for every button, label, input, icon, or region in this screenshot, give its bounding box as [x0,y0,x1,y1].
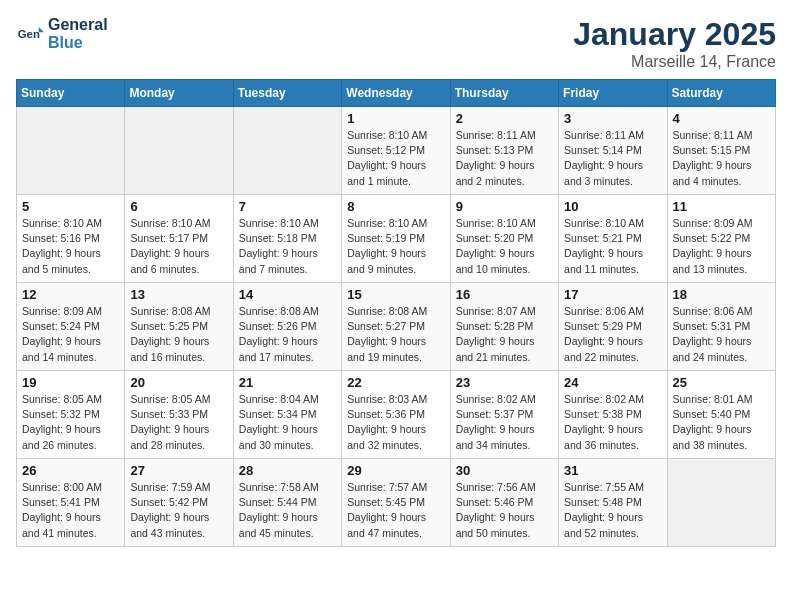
calendar-cell: 8Sunrise: 8:10 AMSunset: 5:19 PMDaylight… [342,195,450,283]
day-info: Sunrise: 8:09 AMSunset: 5:22 PMDaylight:… [673,216,770,277]
day-info: Sunrise: 8:06 AMSunset: 5:29 PMDaylight:… [564,304,661,365]
calendar-cell: 19Sunrise: 8:05 AMSunset: 5:32 PMDayligh… [17,371,125,459]
day-info: Sunrise: 8:10 AMSunset: 5:16 PMDaylight:… [22,216,119,277]
day-number: 7 [239,199,336,214]
day-info: Sunrise: 8:05 AMSunset: 5:33 PMDaylight:… [130,392,227,453]
day-number: 23 [456,375,553,390]
day-number: 26 [22,463,119,478]
calendar-cell: 14Sunrise: 8:08 AMSunset: 5:26 PMDayligh… [233,283,341,371]
weekday-header-wednesday: Wednesday [342,80,450,107]
logo: Gen General Blue [16,16,108,52]
calendar-cell: 16Sunrise: 8:07 AMSunset: 5:28 PMDayligh… [450,283,558,371]
day-number: 12 [22,287,119,302]
day-number: 17 [564,287,661,302]
calendar-cell: 29Sunrise: 7:57 AMSunset: 5:45 PMDayligh… [342,459,450,547]
calendar-cell: 6Sunrise: 8:10 AMSunset: 5:17 PMDaylight… [125,195,233,283]
day-number: 16 [456,287,553,302]
calendar-cell: 10Sunrise: 8:10 AMSunset: 5:21 PMDayligh… [559,195,667,283]
calendar-cell [17,107,125,195]
day-info: Sunrise: 8:10 AMSunset: 5:19 PMDaylight:… [347,216,444,277]
day-number: 10 [564,199,661,214]
day-info: Sunrise: 8:05 AMSunset: 5:32 PMDaylight:… [22,392,119,453]
calendar-cell: 1Sunrise: 8:10 AMSunset: 5:12 PMDaylight… [342,107,450,195]
day-info: Sunrise: 8:10 AMSunset: 5:18 PMDaylight:… [239,216,336,277]
day-number: 30 [456,463,553,478]
day-info: Sunrise: 8:07 AMSunset: 5:28 PMDaylight:… [456,304,553,365]
calendar-cell: 26Sunrise: 8:00 AMSunset: 5:41 PMDayligh… [17,459,125,547]
day-info: Sunrise: 8:10 AMSunset: 5:12 PMDaylight:… [347,128,444,189]
day-info: Sunrise: 8:04 AMSunset: 5:34 PMDaylight:… [239,392,336,453]
calendar-cell: 2Sunrise: 8:11 AMSunset: 5:13 PMDaylight… [450,107,558,195]
weekday-header-thursday: Thursday [450,80,558,107]
calendar-cell [125,107,233,195]
day-number: 28 [239,463,336,478]
calendar-table: SundayMondayTuesdayWednesdayThursdayFrid… [16,79,776,547]
day-info: Sunrise: 8:10 AMSunset: 5:17 PMDaylight:… [130,216,227,277]
day-number: 18 [673,287,770,302]
calendar-cell: 27Sunrise: 7:59 AMSunset: 5:42 PMDayligh… [125,459,233,547]
day-info: Sunrise: 8:02 AMSunset: 5:37 PMDaylight:… [456,392,553,453]
weekday-header-tuesday: Tuesday [233,80,341,107]
calendar-cell: 21Sunrise: 8:04 AMSunset: 5:34 PMDayligh… [233,371,341,459]
day-info: Sunrise: 8:11 AMSunset: 5:15 PMDaylight:… [673,128,770,189]
day-info: Sunrise: 8:01 AMSunset: 5:40 PMDaylight:… [673,392,770,453]
title-block: January 2025 Marseille 14, France [573,16,776,71]
calendar-week-2: 5Sunrise: 8:10 AMSunset: 5:16 PMDaylight… [17,195,776,283]
day-info: Sunrise: 7:59 AMSunset: 5:42 PMDaylight:… [130,480,227,541]
day-info: Sunrise: 8:10 AMSunset: 5:21 PMDaylight:… [564,216,661,277]
day-info: Sunrise: 8:09 AMSunset: 5:24 PMDaylight:… [22,304,119,365]
day-number: 5 [22,199,119,214]
calendar-week-3: 12Sunrise: 8:09 AMSunset: 5:24 PMDayligh… [17,283,776,371]
calendar-cell: 30Sunrise: 7:56 AMSunset: 5:46 PMDayligh… [450,459,558,547]
calendar-cell [233,107,341,195]
day-info: Sunrise: 8:10 AMSunset: 5:20 PMDaylight:… [456,216,553,277]
day-number: 25 [673,375,770,390]
svg-text:Gen: Gen [18,28,40,40]
day-number: 11 [673,199,770,214]
day-number: 4 [673,111,770,126]
day-info: Sunrise: 8:03 AMSunset: 5:36 PMDaylight:… [347,392,444,453]
day-info: Sunrise: 8:11 AMSunset: 5:13 PMDaylight:… [456,128,553,189]
weekday-header-saturday: Saturday [667,80,775,107]
day-number: 8 [347,199,444,214]
calendar-cell: 5Sunrise: 8:10 AMSunset: 5:16 PMDaylight… [17,195,125,283]
weekday-header-sunday: Sunday [17,80,125,107]
day-number: 3 [564,111,661,126]
calendar-cell: 22Sunrise: 8:03 AMSunset: 5:36 PMDayligh… [342,371,450,459]
day-number: 19 [22,375,119,390]
calendar-cell: 24Sunrise: 8:02 AMSunset: 5:38 PMDayligh… [559,371,667,459]
day-info: Sunrise: 7:57 AMSunset: 5:45 PMDaylight:… [347,480,444,541]
calendar-cell: 20Sunrise: 8:05 AMSunset: 5:33 PMDayligh… [125,371,233,459]
calendar-cell: 31Sunrise: 7:55 AMSunset: 5:48 PMDayligh… [559,459,667,547]
calendar-cell: 12Sunrise: 8:09 AMSunset: 5:24 PMDayligh… [17,283,125,371]
day-info: Sunrise: 8:08 AMSunset: 5:26 PMDaylight:… [239,304,336,365]
day-info: Sunrise: 8:06 AMSunset: 5:31 PMDaylight:… [673,304,770,365]
calendar-cell: 17Sunrise: 8:06 AMSunset: 5:29 PMDayligh… [559,283,667,371]
calendar-cell: 9Sunrise: 8:10 AMSunset: 5:20 PMDaylight… [450,195,558,283]
calendar-cell [667,459,775,547]
day-info: Sunrise: 8:08 AMSunset: 5:27 PMDaylight:… [347,304,444,365]
calendar-cell: 23Sunrise: 8:02 AMSunset: 5:37 PMDayligh… [450,371,558,459]
day-info: Sunrise: 8:11 AMSunset: 5:14 PMDaylight:… [564,128,661,189]
calendar-week-5: 26Sunrise: 8:00 AMSunset: 5:41 PMDayligh… [17,459,776,547]
calendar-week-1: 1Sunrise: 8:10 AMSunset: 5:12 PMDaylight… [17,107,776,195]
calendar-cell: 3Sunrise: 8:11 AMSunset: 5:14 PMDaylight… [559,107,667,195]
calendar-cell: 25Sunrise: 8:01 AMSunset: 5:40 PMDayligh… [667,371,775,459]
page-header: Gen General Blue January 2025 Marseille … [16,16,776,71]
day-info: Sunrise: 7:55 AMSunset: 5:48 PMDaylight:… [564,480,661,541]
day-number: 2 [456,111,553,126]
day-number: 6 [130,199,227,214]
day-number: 31 [564,463,661,478]
day-number: 22 [347,375,444,390]
weekday-header-friday: Friday [559,80,667,107]
day-number: 14 [239,287,336,302]
calendar-cell: 15Sunrise: 8:08 AMSunset: 5:27 PMDayligh… [342,283,450,371]
logo-icon: Gen [16,20,44,48]
day-info: Sunrise: 8:02 AMSunset: 5:38 PMDaylight:… [564,392,661,453]
day-number: 21 [239,375,336,390]
day-number: 13 [130,287,227,302]
calendar-subtitle: Marseille 14, France [573,53,776,71]
day-number: 27 [130,463,227,478]
day-number: 9 [456,199,553,214]
day-number: 29 [347,463,444,478]
